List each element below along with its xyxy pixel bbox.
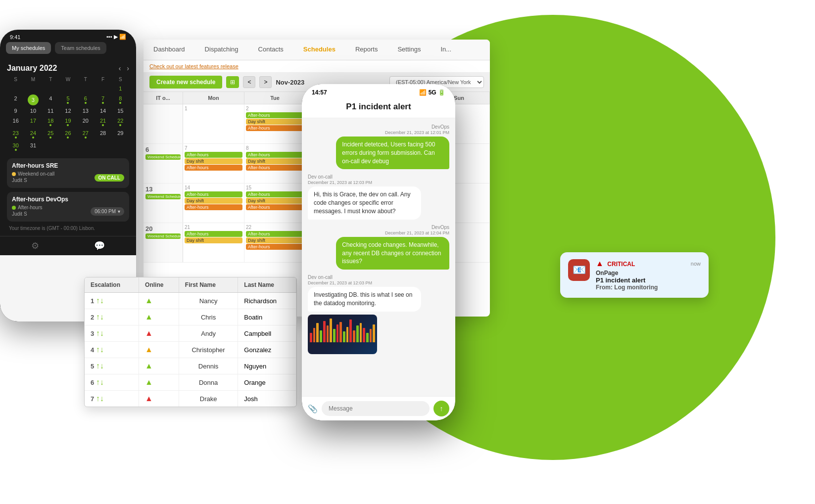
cal-event[interactable]: After-hours [246,244,304,250]
notif-from: From: Log monitoring [596,284,701,291]
next-month-button[interactable]: > [259,76,272,88]
phone-header: My schedules Team schedules [0,42,136,59]
table-row[interactable]: 6 ↑↓ ▲ Donna Orange [85,374,296,391]
esc-header-online: Online [139,277,179,293]
send-button[interactable]: ↑ [433,401,449,416]
calendar-icon-button[interactable]: ⊞ [226,76,239,88]
nav-dashboard[interactable]: Dashboard [144,40,195,60]
nav-schedules[interactable]: Schedules [293,40,345,60]
cal-day: 17 [24,116,42,128]
schedule-item-devops[interactable]: After-hours DevOps After-hours Judit S 0… [7,192,129,222]
cal-event[interactable]: Day shift [246,198,304,204]
chat-status-icons: 📶 5G 🔋 [419,89,445,96]
cal-event[interactable]: After-hours [246,165,304,171]
cal-event[interactable]: Day shift [246,237,304,243]
week-label-4: 20 Weekend Schedule [144,223,183,262]
col-header-mon: Mon [183,92,244,104]
cal-day [42,84,59,93]
cal-day [112,141,129,152]
on-call-badge: ON CALL [95,174,124,182]
cal-day: 22 [112,116,129,128]
lastname-orange: Orange [238,374,296,391]
attach-icon[interactable]: 📎 [308,404,318,413]
nav-settings-icon[interactable]: ⚙ [31,240,39,251]
chat-header: P1 incident alert [302,98,455,118]
nav-more[interactable]: In... [431,40,461,60]
nav-messages-icon[interactable]: 💬 [94,240,105,251]
phone-calendar-content: January 2022 ‹ › S M T W T F S [0,59,136,236]
notif-header: ▲ CRITICAL now [596,259,701,268]
firstname-dennis: Dennis [179,358,238,374]
table-row[interactable]: 2 ↑↓ ▲ Chris Boatin [85,309,296,325]
cal-week-row: 16 17 18 19 20 21 22 [7,116,129,128]
cal-event[interactable]: After-hours [246,125,304,131]
firstname-drake: Drake [179,391,238,407]
lastname-gonzalez: Gonzalez [238,342,296,358]
schedule-item-user: Judit S [12,211,42,217]
team-schedules-tab[interactable]: Team schedules [55,42,106,54]
cal-event[interactable]: Day shift [185,237,242,243]
message-bubble: Investigating DB. this is what I see on … [308,287,421,312]
chat-status-bar: 14:57 📶 5G 🔋 [302,84,455,98]
cal-day [77,141,94,152]
cal-event[interactable]: After-hours [185,165,242,171]
schedule-item-user: Judit S [12,178,54,183]
feature-link[interactable]: Check out our latest features release [149,63,239,69]
week-label-3: 13 Weekend Schedule [144,183,183,223]
cal-event[interactable]: After-hours [185,191,242,197]
table-row[interactable]: 1 ↑↓ ▲ Nancy Richardson [85,293,296,309]
table-row[interactable]: 7 ↑↓ ▲ Drake Josh [85,391,296,407]
prev-arrow[interactable]: ‹ [119,64,121,72]
nav-arrows: ‹ › [119,64,129,72]
firstname-donna: Donna [179,374,238,391]
lastname-josh: Josh [238,391,296,407]
phone-chat: 14:57 📶 5G 🔋 P1 incident alert DevOpsDec… [302,84,455,420]
calendar-grid: S M T W T F S 1 [7,77,129,152]
cal-day: 16 [7,116,24,128]
cal-event[interactable]: Day shift [185,158,242,164]
esc-header-lastname: Last Name [238,277,296,293]
nav-dispatching[interactable]: Dispatching [195,40,248,60]
firstname-christopher: Christopher [179,342,238,358]
cal-event[interactable]: After-hours [246,191,304,197]
schedule-item-sub: After-hours [12,205,42,210]
critical-label: CRITICAL [607,261,635,268]
prev-month-button[interactable]: < [243,76,255,88]
create-schedule-button[interactable]: Create new schedule [149,76,222,89]
cal-event[interactable]: After-hours [246,204,304,210]
table-row[interactable]: 5 ↑↓ ▲ Dennis Nguyen [85,358,296,374]
cal-day: 5 [59,94,77,105]
nav-reports[interactable]: Reports [345,40,388,60]
cal-cell: 15 After-hours Day shift After-hours [244,183,306,223]
cal-event[interactable]: After-hours [246,231,304,237]
cal-event[interactable]: After-hours [185,231,242,237]
chat-image-chart [308,315,377,354]
cal-event[interactable]: Day shift [246,158,304,164]
table-row[interactable]: 4 ↑↓ ▲ Christopher Gonzalez [85,342,296,358]
cal-event[interactable]: Day shift [185,198,242,204]
next-arrow[interactable]: › [127,64,129,72]
my-schedules-tab[interactable]: My schedules [6,42,51,54]
escalation-table: Escalation Online First Name Last Name 1… [84,277,297,407]
cal-event-weekend[interactable]: Weekend Schedule [145,233,181,239]
month-title: January 2022 [7,64,57,73]
message-group-2: Dev on-callDecember 21, 2023 at 12:03 PM… [308,174,449,219]
notif-time: now [691,261,701,267]
chat-input[interactable] [322,401,430,416]
timezone-text: Your timezone is (GMT - 00:00) Lisbon. [7,226,129,231]
cal-event-weekend[interactable]: Weekend Schedule [145,154,181,160]
escalation-data-table: Escalation Online First Name Last Name 1… [85,277,296,407]
table-row[interactable]: 3 ↑↓ ▲ Andy Campbell [85,325,296,342]
cal-event[interactable]: After-hours [185,204,242,210]
chart-bars [308,315,377,344]
cal-event-weekend[interactable]: Weekend Schedule [145,194,181,199]
cal-event[interactable]: Day shift [246,119,304,125]
cal-event[interactable]: After-hours [185,152,242,158]
msg-sender: Dev on-callDecember 21, 2023 at 12:03 PM [308,275,449,285]
nav-contacts[interactable]: Contacts [248,40,293,60]
nav-settings[interactable]: Settings [387,40,431,60]
cal-day: 2 [7,94,24,105]
cal-event[interactable]: After-hours [246,112,304,118]
cal-event[interactable]: After-hours [246,152,304,158]
schedule-item-sre[interactable]: After-hours SRE Weekend on-call Judit S … [7,158,129,188]
